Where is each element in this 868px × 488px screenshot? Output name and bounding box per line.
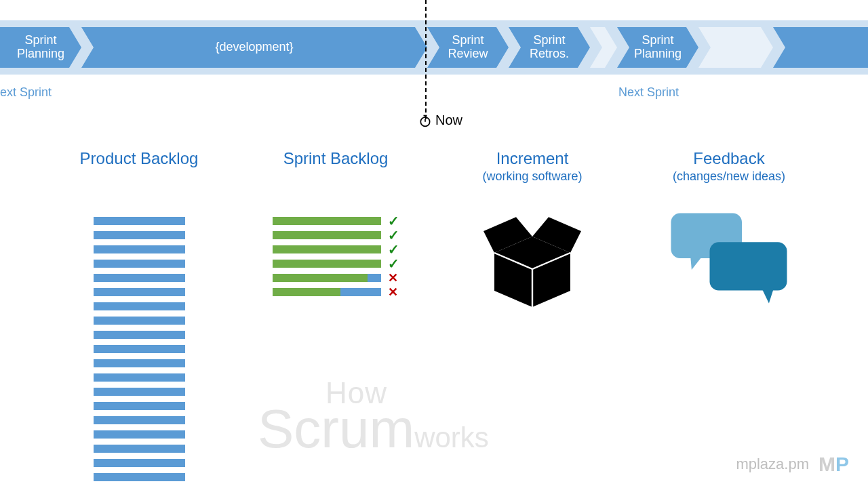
check-icon: ✓ xyxy=(388,231,399,239)
footer-site: mplaza.pm xyxy=(736,455,809,473)
chevron-gap xyxy=(590,27,617,68)
backlog-item xyxy=(94,402,185,410)
backlog-item xyxy=(94,445,185,453)
product-backlog-bars xyxy=(94,217,185,481)
timeline: SprintPlanning {development} SprintRevie… xyxy=(0,27,868,68)
backlog-item xyxy=(94,331,185,339)
backlog-item xyxy=(94,388,185,396)
chevron-development-2: {develop xyxy=(773,27,868,68)
col-increment: Increment (working software) xyxy=(434,149,631,481)
backlog-item xyxy=(94,317,185,325)
backlog-item xyxy=(94,416,185,424)
box-icon xyxy=(475,204,590,312)
backlog-item xyxy=(94,231,185,239)
chevron-development-1: {development} xyxy=(81,27,427,68)
sprint-backlog-item: ✓ xyxy=(273,245,399,253)
col-sprint-backlog: Sprint Backlog ✓✓✓✓✕✕ xyxy=(237,149,434,481)
feedback-title: Feedback xyxy=(693,149,764,168)
backlog-item xyxy=(94,260,185,268)
increment-title: Increment xyxy=(496,149,569,168)
backlog-item xyxy=(94,274,185,282)
next-sprint-label: Next Sprint xyxy=(618,85,679,100)
svg-rect-15 xyxy=(710,242,787,290)
sprint-backlog-title: Sprint Backlog xyxy=(283,149,389,168)
chevron-sprint-planning-1: SprintPlanning xyxy=(0,27,81,68)
footer: mplaza.pm MP xyxy=(736,453,849,476)
check-icon: ✓ xyxy=(388,217,399,225)
sprint-backlog-item: ✓ xyxy=(273,231,399,239)
columns: Product Backlog Sprint Backlog ✓✓✓✓✕✕ In… xyxy=(0,149,868,481)
mp-logo: MP xyxy=(818,453,849,476)
chevron-sprint-planning-2: SprintPlanning xyxy=(617,27,698,68)
backlog-item xyxy=(94,430,185,439)
col-feedback: Feedback (changes/new ideas) xyxy=(631,149,827,481)
stopwatch-icon xyxy=(418,114,432,127)
backlog-item xyxy=(94,302,185,310)
cross-icon: ✕ xyxy=(388,274,398,282)
product-backlog-title: Product Backlog xyxy=(80,149,199,168)
svg-marker-16 xyxy=(762,287,774,304)
now-label: Now xyxy=(435,113,462,128)
backlog-item xyxy=(94,459,185,467)
increment-subtitle: (working software) xyxy=(482,169,582,184)
sprint-backlog-bars: ✓✓✓✓✕✕ xyxy=(273,217,399,296)
sprint-backlog-item: ✓ xyxy=(273,260,399,268)
chevron-sprint-review: SprintReview xyxy=(427,27,509,68)
svg-marker-14 xyxy=(690,255,703,270)
prev-sprint-label: ext Sprint xyxy=(0,85,52,100)
backlog-item xyxy=(94,345,185,353)
backlog-item xyxy=(94,373,185,382)
col-product-backlog: Product Backlog xyxy=(41,149,237,481)
feedback-subtitle: (changes/new ideas) xyxy=(673,169,785,184)
sprint-backlog-item: ✕ xyxy=(273,274,399,282)
chat-bubbles-icon xyxy=(665,204,793,312)
check-icon: ✓ xyxy=(388,245,399,253)
cross-icon: ✕ xyxy=(388,288,398,296)
now-line xyxy=(425,0,427,119)
check-icon: ✓ xyxy=(388,260,399,268)
backlog-item xyxy=(94,217,185,225)
backlog-item xyxy=(94,473,185,481)
sprint-backlog-item: ✕ xyxy=(273,288,399,296)
chevron-sprint-retros: SprintRetros. xyxy=(509,27,590,68)
backlog-item xyxy=(94,359,185,367)
sprint-backlog-item: ✓ xyxy=(273,217,399,225)
backlog-item xyxy=(94,288,185,296)
chevron-gap-2 xyxy=(698,27,773,68)
backlog-item xyxy=(94,245,185,253)
